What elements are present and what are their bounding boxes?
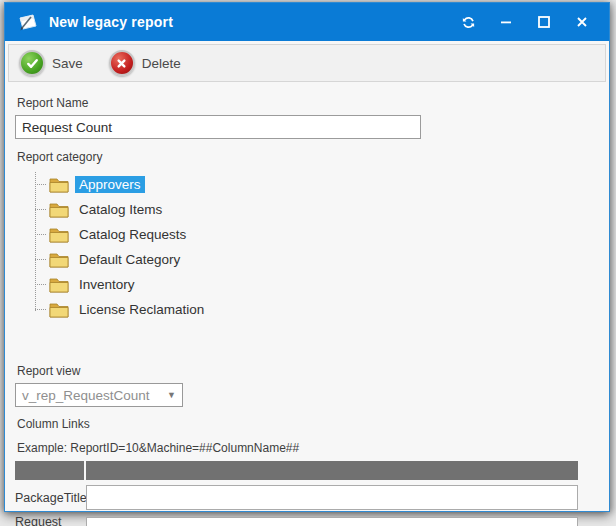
report-view-label: Report view [17, 364, 599, 378]
header-cell-name [15, 461, 84, 480]
save-check-icon [19, 50, 45, 76]
dialog-window: New legacy report [4, 2, 610, 512]
folder-icon [49, 176, 69, 193]
column-links-label: Column Links [17, 417, 599, 431]
table-row: Request Count [15, 515, 578, 526]
refresh-icon[interactable] [453, 9, 483, 35]
maximize-icon[interactable] [529, 9, 559, 35]
window-title: New legacy report [49, 14, 173, 30]
save-button-label: Save [52, 56, 83, 71]
tree-item-label: Default Category [75, 251, 184, 268]
packagetitle-row-label: PackageTitle [15, 491, 86, 505]
toolbar: Save Delete [8, 44, 606, 82]
tree-item-label: Approvers [75, 176, 145, 193]
tree-item-label: Inventory [75, 276, 139, 293]
header-cell-link [86, 461, 578, 480]
column-links-table: PackageTitle Request Count [15, 461, 578, 526]
folder-icon [49, 301, 69, 318]
close-icon[interactable] [567, 9, 597, 35]
report-category-tree: Approvers Catalog Items [25, 172, 599, 324]
request-count-link-input[interactable] [86, 517, 578, 526]
tree-item-label: Catalog Items [75, 201, 166, 218]
folder-icon [49, 276, 69, 293]
request-count-row-label: Request Count [15, 515, 86, 526]
dialog-content: Report Name Report category Approvers [5, 82, 609, 526]
note-pencil-icon [17, 12, 39, 32]
folder-icon [49, 226, 69, 243]
folder-icon [49, 251, 69, 268]
report-view-select[interactable]: v_rep_RequestCount ▼ [15, 383, 183, 407]
tree-item-label: License Reclamation [75, 301, 208, 318]
tree-item-approvers[interactable]: Approvers [25, 172, 599, 197]
report-view-value: v_rep_RequestCount [22, 388, 150, 403]
tree-item-catalog-items[interactable]: Catalog Items [25, 197, 599, 222]
minimize-icon[interactable] [491, 9, 521, 35]
tree-item-license-reclamation[interactable]: License Reclamation [25, 297, 599, 322]
folder-icon [49, 201, 69, 218]
window-controls [453, 9, 597, 35]
tree-item-default-category[interactable]: Default Category [25, 247, 599, 272]
column-links-example: Example: ReportID=10&Machine=##ColumnNam… [17, 441, 599, 455]
tree-item-catalog-requests[interactable]: Catalog Requests [25, 222, 599, 247]
delete-button-label: Delete [142, 56, 181, 71]
delete-x-icon [109, 50, 135, 76]
column-links-header [15, 461, 578, 480]
report-category-label: Report category [17, 150, 599, 164]
packagetitle-link-input[interactable] [86, 485, 578, 510]
titlebar: New legacy report [5, 3, 609, 41]
save-button[interactable]: Save [19, 50, 83, 76]
table-row: PackageTitle [15, 485, 578, 510]
report-name-input[interactable] [15, 115, 421, 139]
delete-button[interactable]: Delete [109, 50, 181, 76]
tree-item-label: Catalog Requests [75, 226, 190, 243]
tree-item-inventory[interactable]: Inventory [25, 272, 599, 297]
report-name-label: Report Name [17, 96, 599, 110]
chevron-down-icon: ▼ [167, 390, 176, 400]
